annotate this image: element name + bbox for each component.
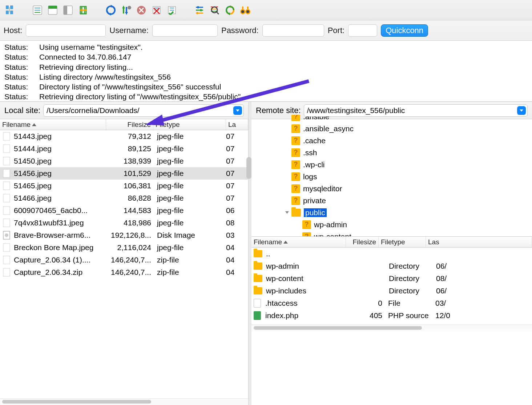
tree-row[interactable]: ?.cache	[251, 135, 532, 147]
remote-col-lastmod[interactable]: Las	[426, 237, 532, 247]
host-input[interactable]	[26, 24, 106, 37]
site-manager-icon[interactable]	[3, 3, 17, 17]
toggle-queue-icon[interactable]	[76, 3, 90, 17]
file-name: 51444.jpeg	[14, 144, 107, 153]
local-col-filename[interactable]: Filename	[0, 119, 106, 130]
file-row[interactable]: wp-adminDirectory06/	[251, 260, 532, 272]
file-row[interactable]: 51443.jpeg79,312jpeg-file07	[0, 130, 248, 143]
username-input[interactable]	[152, 24, 218, 37]
reconnect-icon[interactable]	[165, 3, 179, 17]
local-hscrollbar[interactable]	[0, 398, 248, 405]
tree-row[interactable]: ?mysqleditor	[251, 183, 532, 195]
tree-row[interactable]: ?wp-admin	[251, 218, 532, 230]
file-row[interactable]: 51450.jpeg138,939jpeg-file07	[0, 155, 248, 167]
compare-icon[interactable]	[223, 3, 237, 17]
folder-icon	[254, 250, 262, 257]
file-row[interactable]: Breckon Bore Map.jpeg2,116,024jpeg-file0…	[0, 241, 248, 254]
tree-label: wp-content	[314, 232, 351, 237]
file-icon	[2, 169, 11, 178]
file-name: wp-admin	[266, 262, 357, 270]
toggle-remote-tree-icon[interactable]	[61, 3, 75, 17]
remote-col-filesize[interactable]: Filesize	[346, 237, 379, 247]
disclosure-spacer	[295, 222, 301, 228]
file-date: 03	[223, 231, 238, 240]
remote-column-header[interactable]: Filename Filesize Filetype Las	[251, 237, 532, 248]
svg-rect-49	[247, 7, 249, 10]
refresh-icon[interactable]	[104, 3, 118, 17]
remote-file-list[interactable]: ..wp-adminDirectory06/wp-contentDirector…	[251, 248, 532, 325]
password-label: Password:	[221, 26, 259, 35]
file-row[interactable]: 51456.jpeg101,529jpeg-file07	[0, 167, 248, 180]
log-row: Status:Directory listing of "/www/testin…	[4, 82, 528, 92]
folder-icon	[254, 287, 262, 294]
disclosure-spacer	[284, 138, 290, 144]
port-input[interactable]	[348, 24, 377, 37]
file-row[interactable]: Capture_2.06.34.zip146,240,7...zip-file0…	[0, 266, 248, 278]
svg-rect-51	[3, 145, 10, 153]
log-label: Status:	[4, 82, 39, 92]
local-vscrollbar[interactable]	[246, 157, 251, 179]
tree-row[interactable]: ?.ssh	[251, 147, 532, 159]
file-row[interactable]: Capture_2.06.34 (1)....146,240,7...zip-f…	[0, 254, 248, 266]
cancel-icon[interactable]	[134, 3, 148, 17]
local-col-filesize[interactable]: Filesize	[106, 119, 153, 130]
message-log[interactable]: Status:Using username "testingsitex".Sta…	[0, 41, 532, 102]
password-input[interactable]	[262, 24, 324, 37]
chevron-down-icon[interactable]	[233, 106, 242, 115]
local-path-select[interactable]: /Users/cornelia/Downloads/	[43, 104, 244, 117]
tree-row[interactable]: ?.ansible_async	[251, 123, 532, 135]
file-size: 106,381	[107, 181, 154, 190]
toggle-log-icon[interactable]	[31, 3, 44, 17]
file-row[interactable]: ..	[251, 248, 532, 260]
file-row[interactable]: 51465.jpeg106,381jpeg-file07	[0, 180, 248, 192]
local-column-header[interactable]: Filename Filesize Filetype La	[0, 119, 248, 130]
file-date: 07	[223, 169, 238, 178]
remote-path-select[interactable]: /www/testingsitex_556/public	[304, 104, 528, 117]
file-size: 138,939	[107, 157, 154, 165]
file-row[interactable]: index.php405PHP source12/0	[251, 309, 532, 322]
file-row[interactable]: .htaccess0File03/	[251, 297, 532, 309]
local-col-lastmod[interactable]: La	[226, 119, 248, 130]
disclosure-spacer	[284, 174, 290, 180]
file-row[interactable]: wp-contentDirectory08/	[251, 272, 532, 285]
remote-directory-tree[interactable]: ?.ansible?.ansible_async?.cache?.ssh?.wp…	[251, 115, 532, 237]
tree-row[interactable]: public	[251, 206, 532, 218]
chevron-down-icon[interactable]	[517, 106, 526, 115]
file-icon	[2, 268, 11, 277]
file-row[interactable]: wp-includesDirectory06/	[251, 285, 532, 297]
filter-icon[interactable]	[193, 3, 206, 17]
toggle-local-tree-icon[interactable]	[46, 3, 60, 17]
file-date: 04	[223, 256, 238, 264]
file-type: Directory	[386, 262, 433, 270]
pane-splitter[interactable]	[249, 102, 251, 405]
file-row[interactable]: Brave-Browser-arm6...192,126,8...Disk Im…	[0, 229, 248, 241]
search-icon[interactable]	[208, 3, 222, 17]
tree-row[interactable]: ?wp-content	[251, 230, 532, 237]
remote-col-filetype[interactable]: Filetype	[379, 237, 426, 247]
local-col-filetype[interactable]: Filetype	[153, 119, 226, 130]
file-name: Capture_2.06.34.zip	[14, 268, 107, 277]
remote-col-filename[interactable]: Filename	[251, 237, 346, 247]
file-row[interactable]: 6009070465_6acb0...144,583jpeg-file06	[0, 204, 248, 217]
log-text: Using username "testingsitex".	[39, 42, 143, 52]
log-row: Status:Using username "testingsitex".	[4, 42, 528, 52]
local-site-label: Local site:	[4, 106, 40, 115]
file-row[interactable]: 51444.jpeg89,125jpeg-file07	[0, 143, 248, 155]
svg-point-40	[211, 7, 217, 13]
log-text: Retrieving directory listing...	[39, 62, 133, 72]
file-type: jpeg-file	[154, 206, 223, 215]
remote-hscrollbar[interactable]	[251, 325, 532, 331]
file-row[interactable]: 51466.jpeg86,828jpeg-file07	[0, 192, 248, 204]
file-size: 79,312	[107, 132, 154, 141]
file-row[interactable]: 7q4vx81wubf31.jpeg418,986jpeg-file08	[0, 217, 248, 229]
quickconnect-button[interactable]: Quickconn	[381, 24, 428, 37]
tree-row[interactable]: ?logs	[251, 171, 532, 183]
tree-row[interactable]: ?private	[251, 195, 532, 206]
tree-row[interactable]: ?.wp-cli	[251, 159, 532, 171]
local-file-list[interactable]: 51443.jpeg79,312jpeg-file0751444.jpeg89,…	[0, 130, 248, 286]
disconnect-icon[interactable]	[150, 3, 164, 17]
disclosure-icon[interactable]	[284, 210, 290, 216]
binoculars-icon[interactable]	[238, 3, 252, 17]
process-queue-icon[interactable]	[119, 3, 133, 17]
main-toolbar	[0, 0, 532, 20]
